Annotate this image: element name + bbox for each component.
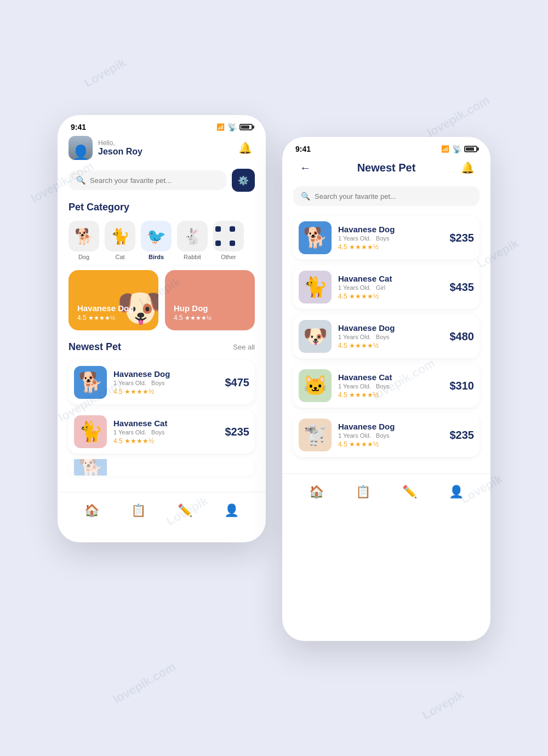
card-rating-1: 4.5 ★★★★½: [77, 314, 150, 322]
right-pet-info-5: Havanese Dog 1 Years Old. Boys 4.5 ★★★★½: [338, 422, 443, 448]
right-pet-stars-1: 4.5 ★★★★½: [338, 243, 443, 251]
pet-stars-2: 4.5 ★★★★½: [113, 437, 219, 445]
right-pet-name-1: Havanese Dog: [338, 225, 443, 234]
right-pet-item-2[interactable]: 🐈 Havanese Cat 1 Years Old. Girl 4.5 ★★★…: [293, 265, 480, 309]
category-dog[interactable]: 🐕 Dog: [68, 221, 99, 260]
right-pet-item-5[interactable]: 🐩 Havanese Dog 1 Years Old. Boys 4.5 ★★★…: [293, 413, 480, 457]
right-pet-info-1: Havanese Dog 1 Years Old. Boys 4.5 ★★★★½: [338, 225, 443, 251]
search-input-left[interactable]: [90, 176, 219, 185]
rabbit-icon-wrap: 🐇: [177, 221, 208, 251]
status-icons-right: 📶 📡: [441, 145, 477, 153]
card-name-2: Hup Dog: [174, 303, 246, 313]
pet-price-1: $475: [225, 376, 250, 389]
card-rating-value-1: 4.5: [77, 314, 87, 322]
pet-list-left: 🐕 Havanese Dog 1 Years Old. Boys 4.5 ★★★…: [68, 360, 255, 476]
right-pet-meta-3: 1 Years Old. Boys: [338, 334, 443, 340]
bottom-nav-left: 🏠 📋 ✏️ 👤: [58, 492, 266, 531]
right-pet-stars-3: 4.5 ★★★★½: [338, 342, 443, 350]
phone-right-content: ← Newest Pet 🔔 🔍 🐕 Havanese Dog 1 Y: [282, 158, 490, 468]
right-pet-info-3: Havanese Dog 1 Years Old. Boys 4.5 ★★★★½: [338, 323, 443, 350]
back-button[interactable]: ←: [295, 158, 315, 177]
right-pet-price-3: $480: [450, 330, 475, 343]
pet-thumb-1: 🐕: [74, 366, 107, 399]
greeting: Hello, Jeson Roy: [98, 139, 142, 157]
card-stars-1: ★★★★½: [88, 314, 115, 322]
pet-item-dog-1[interactable]: 🐕 Havanese Dog 1 Years Old. Boys 4.5 ★★★…: [68, 360, 255, 404]
nav-home-right[interactable]: 🏠: [304, 483, 329, 501]
search-input-right[interactable]: [315, 192, 472, 201]
category-title: Pet Category: [68, 202, 255, 213]
right-pet-stars-2: 4.5 ★★★★½: [338, 293, 443, 300]
right-pet-name-2: Havanese Cat: [338, 274, 443, 283]
right-pet-item-1[interactable]: 🐕 Havanese Dog 1 Years Old. Boys 4.5 ★★★…: [293, 216, 480, 260]
right-pet-info-4: Havanese Cat 1 Years Old. Boys 4.5 ★★★★½: [338, 373, 443, 399]
nav-calendar-left[interactable]: 📋: [125, 501, 151, 520]
category-other[interactable]: Other: [213, 221, 244, 260]
nav-home-left[interactable]: 🏠: [79, 501, 105, 520]
right-pet-thumb-2: 🐈: [299, 271, 332, 303]
search-bar-right: 🔍: [293, 186, 480, 206]
birds-label: Birds: [149, 254, 164, 260]
status-bar-right: 9:41 📶 📡: [282, 137, 490, 158]
right-pet-stars-5: 4.5 ★★★★½: [338, 440, 443, 448]
pet-name-1: Havanese Dog: [113, 369, 219, 379]
right-pet-name-3: Havanese Dog: [338, 323, 443, 333]
right-pet-stars-4: 4.5 ★★★★½: [338, 391, 443, 399]
nav-profile-left[interactable]: 👤: [219, 501, 244, 520]
pet-thumb-2: 🐈: [74, 415, 107, 448]
right-pet-name-4: Havanese Cat: [338, 373, 443, 382]
phone-right: 9:41 📶 📡 ← Newest Pet 🔔 🔍: [282, 137, 490, 641]
right-pet-name-5: Havanese Dog: [338, 422, 443, 431]
search-input-wrap-right[interactable]: 🔍: [293, 186, 480, 206]
bell-icon-right[interactable]: 🔔: [458, 158, 477, 177]
search-input-wrap[interactable]: 🔍: [68, 170, 226, 190]
right-pet-meta-4: 1 Years Old. Boys: [338, 383, 443, 390]
right-pet-thumb-1: 🐕: [299, 221, 332, 254]
status-bar-left: 9:41 📶 📡: [58, 115, 266, 136]
right-pet-item-3[interactable]: 🐶 Havanese Dog 1 Years Old. Boys 4.5 ★★★…: [293, 314, 480, 358]
feature-card-havanese-dog[interactable]: 🐶 Havanese Dog 4.5 ★★★★½: [68, 270, 158, 330]
newest-pet-title: Newest Pet: [68, 341, 121, 353]
see-all-button[interactable]: See all: [233, 343, 255, 351]
filter-button[interactable]: ⚙️: [232, 169, 255, 192]
battery-icon-right: [464, 146, 477, 152]
pet-name-2: Havanese Cat: [113, 419, 219, 428]
nav-edit-left[interactable]: ✏️: [172, 501, 198, 520]
right-pet-thumb-3: 🐶: [299, 320, 332, 353]
dog-label: Dog: [78, 254, 89, 260]
bottom-nav-right: 🏠 📋 ✏️ 👤: [282, 473, 490, 512]
other-icon-wrap: [213, 221, 244, 251]
category-birds[interactable]: 🐦 Birds: [141, 221, 172, 260]
feature-card-hup-dog[interactable]: Hup Dog 4.5 ★★★★½: [165, 270, 255, 330]
pet-price-2: $235: [225, 426, 250, 438]
cat-label: Cat: [115, 254, 124, 260]
nav-profile-right[interactable]: 👤: [443, 483, 469, 501]
pet-list-right: 🐕 Havanese Dog 1 Years Old. Boys 4.5 ★★★…: [293, 216, 480, 457]
cat-icon-wrap: 🐈: [105, 221, 135, 251]
category-rabbit[interactable]: 🐇 Rabbit: [177, 221, 208, 260]
category-cat[interactable]: 🐈 Cat: [105, 221, 135, 260]
avatar: [68, 136, 93, 160]
dog-icon-wrap: 🐕: [68, 221, 99, 251]
bell-icon-left[interactable]: 🔔: [235, 138, 255, 158]
right-pet-thumb-5: 🐩: [299, 419, 332, 451]
time-left: 9:41: [71, 123, 86, 131]
right-pet-meta-2: 1 Years Old. Girl: [338, 284, 443, 291]
nav-calendar-right[interactable]: 📋: [350, 483, 376, 501]
pet-stars-1: 4.5 ★★★★½: [113, 388, 219, 396]
right-pet-price-1: $235: [450, 232, 475, 244]
right-pet-price-5: $235: [450, 429, 475, 442]
nav-edit-right[interactable]: ✏️: [397, 483, 423, 501]
page-title: Newest Pet: [357, 162, 416, 174]
wifi-icon: 📡: [227, 123, 237, 131]
pet-item-cat-1[interactable]: 🐈 Havanese Cat 1 Years Old. Boys 4.5 ★★★…: [68, 410, 255, 454]
right-pet-item-4[interactable]: 🐱 Havanese Cat 1 Years Old. Boys 4.5 ★★★…: [293, 364, 480, 408]
card-rating-2: 4.5 ★★★★½: [174, 314, 246, 322]
card-rating-value-2: 4.5: [174, 314, 183, 322]
birds-icon-wrap: 🐦: [141, 221, 172, 251]
card-name-1: Havanese Dog: [77, 303, 150, 313]
right-pet-info-2: Havanese Cat 1 Years Old. Girl 4.5 ★★★★½: [338, 274, 443, 300]
pet-item-partial[interactable]: 🐕: [68, 459, 255, 476]
right-pet-meta-1: 1 Years Old. Boys: [338, 235, 443, 242]
time-right: 9:41: [295, 145, 311, 153]
